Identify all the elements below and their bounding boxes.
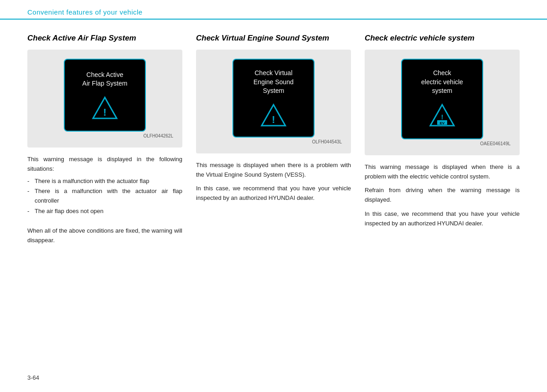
body-text-2-1: In this case, we recommend that you have… [196,184,351,203]
warning-triangle-wrapper-3: ! EV [428,103,456,129]
svg-text:!: ! [103,107,106,118]
svg-text:!: ! [272,114,275,125]
warning-box-2: Check VirtualEngine SoundSystem ! [232,59,315,137]
body-text-3-2: In this case, we recommend that you have… [365,209,520,229]
main-content: Check Active Air Flap System Check Activ… [0,20,547,259]
bullet-item-1-2: The air flap does not open [27,207,182,216]
image-label-3: OAEE046149L [374,141,511,146]
body-text-3-0: This warning message is displayed when t… [365,163,520,182]
column-2: Check Virtual Engine Sound System Check … [196,33,351,245]
section-title-3: Check electric vehicle system [365,33,520,43]
bullet-item-1-1: There is a malfunction with the actuator… [27,187,182,206]
svg-text:!: ! [441,113,444,121]
warning-box-1: Check ActiveAir Flap System ! [64,59,146,132]
warning-image-2: Check VirtualEngine SoundSystem ! OLFH04… [196,50,351,153]
warning-box-3: Checkelectric vehiclesystem ! EV [401,59,483,139]
image-label-1: OLFH044262L [36,133,173,138]
column-1: Check Active Air Flap System Check Activ… [27,33,182,245]
body-text-1-0: This warning message is displayed in the… [27,155,182,174]
warning-image-3: Checkelectric vehiclesystem ! EV OAEE046… [365,50,520,155]
warning-triangle-icon-1: ! [91,96,119,120]
page-number: 3-64 [27,374,39,381]
warning-box-text-3: Checkelectric vehiclesystem [421,69,463,96]
warning-triangle-icon-2: ! [260,103,287,127]
body-text-2-0: This message is displayed when there is … [196,161,351,180]
warning-box-text-1: Check ActiveAir Flap System [83,71,128,88]
image-label-2: OLFH044543L [205,139,342,144]
page-header: Convenient features of your vehicle [0,0,547,20]
header-title: Convenient features of your vehicle [27,8,143,16]
bullet-list-1: There is a malfunction with the actuator… [27,177,182,217]
bullet-item-1-0: There is a malfunction with the actuator… [27,177,182,186]
warning-box-text-2: Check VirtualEngine SoundSystem [253,69,294,96]
warning-triangle-icon-3: ! EV [428,103,456,127]
section-title-2: Check Virtual Engine Sound System [196,33,351,43]
column-3: Check electric vehicle system Checkelect… [365,33,520,245]
body-text-1-closing: When all of the above conditions are fix… [27,226,182,245]
body-text-3-1: Refrain from driving when the warning me… [365,186,520,205]
svg-text:EV: EV [440,121,445,125]
section-title-1: Check Active Air Flap System [27,33,182,43]
warning-image-1: Check ActiveAir Flap System ! OLFH044262… [27,50,182,148]
